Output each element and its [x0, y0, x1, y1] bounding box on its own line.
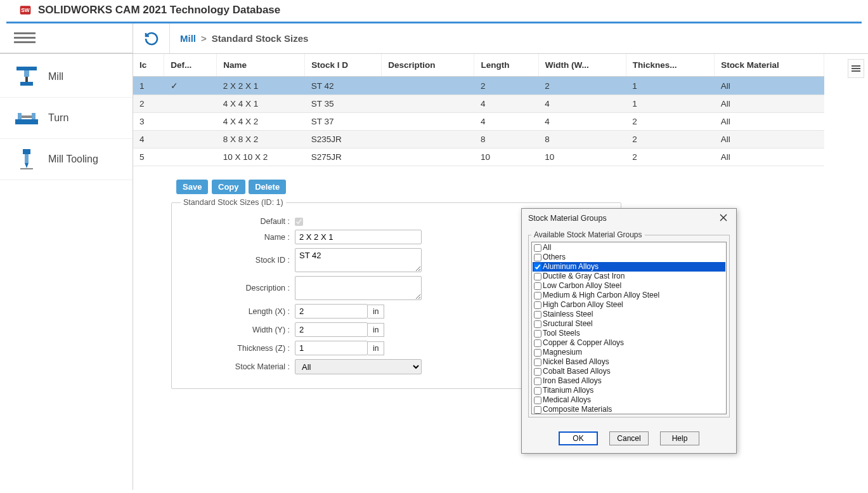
material-option-checkbox[interactable] — [534, 273, 541, 280]
cell: 4 — [474, 95, 538, 113]
material-option[interactable]: Aluminum Alloys — [533, 262, 725, 272]
cell: ST 42 — [305, 77, 382, 95]
material-option[interactable]: High Carbon Alloy Steel — [533, 300, 725, 310]
cell: All — [715, 95, 824, 113]
svg-rect-4 — [14, 41, 36, 43]
col-header[interactable]: Description — [382, 54, 474, 77]
table-row[interactable]: 48 X 8 X 2S235JR882All — [133, 131, 824, 148]
material-option-label: Tool Steels — [543, 329, 580, 338]
table-row[interactable]: 1✓2 X 2 X 1ST 42221All — [133, 77, 824, 95]
material-option-label: Medical Alloys — [543, 395, 591, 405]
app-logo-icon: SW — [19, 4, 32, 16]
save-button[interactable]: Save — [176, 180, 208, 194]
material-option-label: Stainless Steel — [543, 310, 593, 319]
cancel-button[interactable]: Cancel — [609, 431, 649, 445]
material-option[interactable]: Low Carbon Alloy Steel — [533, 281, 725, 291]
material-option[interactable]: Sructural Steel — [533, 319, 725, 329]
sidebar-item-mill[interactable]: Mill — [0, 56, 133, 98]
col-header[interactable]: Length — [474, 54, 538, 77]
material-option-checkbox[interactable] — [534, 368, 541, 376]
material-option-checkbox[interactable] — [534, 339, 541, 347]
material-option-checkbox[interactable] — [534, 330, 541, 338]
cell: 2 — [133, 95, 164, 113]
col-header[interactable]: Width (W... — [538, 54, 626, 77]
material-option-checkbox[interactable] — [534, 244, 541, 252]
cell: 2 X 2 X 1 — [217, 77, 305, 95]
material-option-label: Cobalt Based Alloys — [543, 367, 611, 376]
material-option-checkbox[interactable] — [534, 358, 541, 366]
material-option[interactable]: Titanium Alloys — [533, 386, 725, 395]
material-option[interactable]: Medium & High Carbon Alloy Steel — [533, 291, 725, 300]
cell: 2 — [626, 113, 714, 131]
svg-rect-8 — [25, 77, 28, 82]
material-option[interactable]: Medical Alloys — [533, 395, 725, 405]
material-option-checkbox[interactable] — [534, 292, 541, 299]
copy-button[interactable]: Copy — [212, 180, 245, 194]
default-checkbox[interactable] — [295, 218, 303, 226]
col-header[interactable]: Name — [217, 54, 305, 77]
material-option[interactable]: Nickel Based Alloys — [533, 357, 725, 367]
name-field[interactable] — [295, 230, 422, 244]
ok-button[interactable]: OK — [559, 431, 598, 445]
material-option-label: High Carbon Alloy Steel — [543, 300, 623, 310]
cell: 4 — [474, 113, 538, 131]
help-button[interactable]: Help — [660, 431, 699, 445]
col-header[interactable]: Stock Material — [715, 54, 824, 77]
cell: All — [715, 131, 824, 148]
close-icon — [720, 214, 727, 221]
thickness-field[interactable] — [295, 341, 368, 355]
material-option[interactable]: All — [533, 243, 725, 253]
app-title: SOLIDWORKS CAM 2021 Technology Database — [38, 4, 280, 16]
width-field[interactable] — [295, 322, 368, 337]
delete-button[interactable]: Delete — [249, 180, 286, 194]
material-option-checkbox[interactable] — [534, 263, 541, 271]
material-option-label: Others — [543, 253, 566, 262]
material-option-checkbox[interactable] — [534, 387, 541, 395]
material-select[interactable]: All — [295, 359, 422, 374]
material-option[interactable]: Iron Based Alloys — [533, 376, 725, 386]
col-header[interactable]: Ic — [133, 54, 164, 77]
sidebar-item-turn[interactable]: Turn — [0, 98, 133, 139]
dialog-close-button[interactable] — [717, 213, 730, 224]
material-option[interactable]: Others — [533, 253, 725, 262]
material-option[interactable]: Copper & Copper Alloys — [533, 338, 725, 348]
table-row[interactable]: 510 X 10 X 2S275JR10102All — [133, 148, 824, 166]
material-option[interactable]: Tool Steels — [533, 329, 725, 338]
material-groups-listbox[interactable]: AllOthersAluminum AlloysDuctile & Gray C… — [531, 242, 727, 414]
stock-sizes-grid[interactable]: IcDef...NameStock I DDescriptionLengthWi… — [133, 54, 824, 166]
material-option[interactable]: Magnesium — [533, 348, 725, 357]
material-option-checkbox[interactable] — [534, 282, 541, 290]
table-row[interactable]: 34 X 4 X 2ST 37442All — [133, 113, 824, 131]
svg-rect-6 — [24, 70, 29, 77]
material-option[interactable]: Cobalt Based Alloys — [533, 367, 725, 376]
material-option[interactable]: Composite Materials — [533, 405, 725, 414]
col-header[interactable]: Stock I D — [305, 54, 382, 77]
material-option-checkbox[interactable] — [534, 254, 541, 261]
material-option-checkbox[interactable] — [534, 397, 541, 404]
material-option-checkbox[interactable] — [534, 301, 541, 309]
col-header[interactable]: Thicknes... — [626, 54, 714, 77]
svg-rect-10 — [18, 113, 22, 119]
length-field[interactable] — [295, 304, 368, 319]
material-option-checkbox[interactable] — [534, 378, 541, 385]
material-option[interactable]: Stainless Steel — [533, 310, 725, 319]
width-unit: in — [368, 323, 384, 337]
top-bar: Mill > Standard Stock Sizes — [0, 23, 868, 54]
col-header[interactable]: Def... — [164, 54, 217, 77]
sidebar-item-mill-tooling[interactable]: Mill Tooling — [0, 139, 133, 180]
stockid-field[interactable]: ST 42 — [295, 248, 422, 272]
cell: 10 — [538, 148, 626, 166]
label-default: Default : — [181, 217, 295, 226]
material-option-checkbox[interactable] — [534, 406, 541, 414]
grid-options-button[interactable] — [848, 59, 864, 78]
hamburger-menu[interactable] — [0, 23, 133, 53]
breadcrumb-root[interactable]: Mill — [180, 33, 196, 44]
material-option-checkbox[interactable] — [534, 311, 541, 319]
material-option-checkbox[interactable] — [534, 320, 541, 328]
material-option[interactable]: Ductile & Gray Cast Iron — [533, 272, 725, 281]
refresh-button[interactable] — [133, 23, 170, 53]
svg-rect-11 — [32, 113, 36, 119]
description-field[interactable] — [295, 276, 422, 300]
material-option-checkbox[interactable] — [534, 349, 541, 357]
table-row[interactable]: 24 X 4 X 1ST 35441All — [133, 95, 824, 113]
